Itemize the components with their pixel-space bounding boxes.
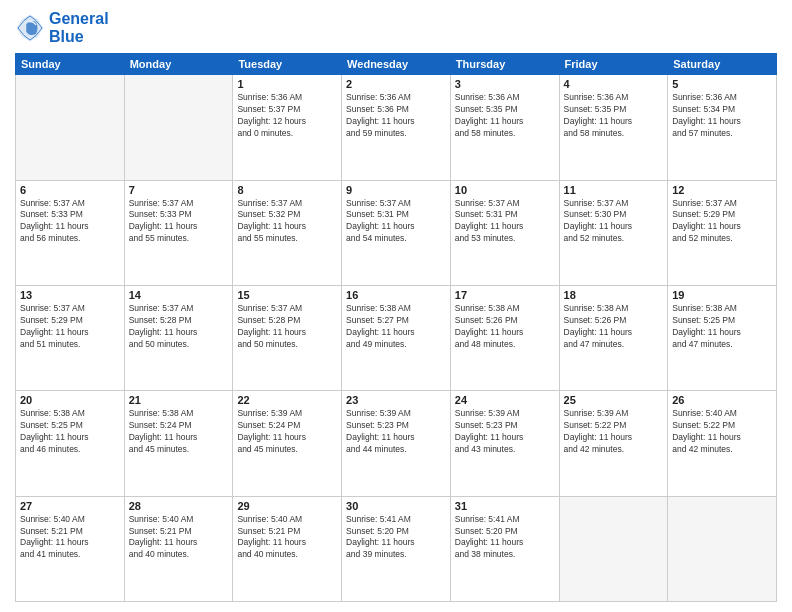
calendar-cell: 6Sunrise: 5:37 AMSunset: 5:33 PMDaylight… (16, 180, 125, 285)
day-number: 12 (672, 184, 772, 196)
day-number: 21 (129, 394, 229, 406)
day-number: 8 (237, 184, 337, 196)
calendar-week-3: 13Sunrise: 5:37 AMSunset: 5:29 PMDayligh… (16, 285, 777, 390)
day-info: Sunrise: 5:38 AMSunset: 5:26 PMDaylight:… (455, 303, 555, 351)
calendar-header-sunday: Sunday (16, 54, 125, 75)
day-info: Sunrise: 5:37 AMSunset: 5:31 PMDaylight:… (455, 198, 555, 246)
day-info: Sunrise: 5:37 AMSunset: 5:31 PMDaylight:… (346, 198, 446, 246)
calendar-cell: 13Sunrise: 5:37 AMSunset: 5:29 PMDayligh… (16, 285, 125, 390)
day-info: Sunrise: 5:37 AMSunset: 5:28 PMDaylight:… (237, 303, 337, 351)
day-info: Sunrise: 5:39 AMSunset: 5:23 PMDaylight:… (346, 408, 446, 456)
calendar-cell: 9Sunrise: 5:37 AMSunset: 5:31 PMDaylight… (342, 180, 451, 285)
calendar-week-4: 20Sunrise: 5:38 AMSunset: 5:25 PMDayligh… (16, 391, 777, 496)
day-number: 23 (346, 394, 446, 406)
calendar-cell: 29Sunrise: 5:40 AMSunset: 5:21 PMDayligh… (233, 496, 342, 601)
day-number: 29 (237, 500, 337, 512)
calendar-cell: 12Sunrise: 5:37 AMSunset: 5:29 PMDayligh… (668, 180, 777, 285)
calendar-header-monday: Monday (124, 54, 233, 75)
calendar-cell: 11Sunrise: 5:37 AMSunset: 5:30 PMDayligh… (559, 180, 668, 285)
calendar-header-tuesday: Tuesday (233, 54, 342, 75)
day-number: 20 (20, 394, 120, 406)
calendar-header-friday: Friday (559, 54, 668, 75)
calendar-table: SundayMondayTuesdayWednesdayThursdayFrid… (15, 53, 777, 602)
day-number: 26 (672, 394, 772, 406)
day-info: Sunrise: 5:37 AMSunset: 5:33 PMDaylight:… (129, 198, 229, 246)
day-info: Sunrise: 5:40 AMSunset: 5:21 PMDaylight:… (20, 514, 120, 562)
calendar-cell: 8Sunrise: 5:37 AMSunset: 5:32 PMDaylight… (233, 180, 342, 285)
calendar-header-row: SundayMondayTuesdayWednesdayThursdayFrid… (16, 54, 777, 75)
day-number: 3 (455, 78, 555, 90)
calendar-cell: 2Sunrise: 5:36 AMSunset: 5:36 PMDaylight… (342, 75, 451, 180)
calendar-week-2: 6Sunrise: 5:37 AMSunset: 5:33 PMDaylight… (16, 180, 777, 285)
calendar-cell: 20Sunrise: 5:38 AMSunset: 5:25 PMDayligh… (16, 391, 125, 496)
calendar-cell (16, 75, 125, 180)
calendar-week-1: 1Sunrise: 5:36 AMSunset: 5:37 PMDaylight… (16, 75, 777, 180)
day-number: 27 (20, 500, 120, 512)
day-info: Sunrise: 5:40 AMSunset: 5:21 PMDaylight:… (237, 514, 337, 562)
calendar-cell: 10Sunrise: 5:37 AMSunset: 5:31 PMDayligh… (450, 180, 559, 285)
calendar-cell: 15Sunrise: 5:37 AMSunset: 5:28 PMDayligh… (233, 285, 342, 390)
calendar-cell: 31Sunrise: 5:41 AMSunset: 5:20 PMDayligh… (450, 496, 559, 601)
calendar-cell (559, 496, 668, 601)
day-info: Sunrise: 5:40 AMSunset: 5:21 PMDaylight:… (129, 514, 229, 562)
day-number: 16 (346, 289, 446, 301)
calendar-cell: 16Sunrise: 5:38 AMSunset: 5:27 PMDayligh… (342, 285, 451, 390)
day-info: Sunrise: 5:40 AMSunset: 5:22 PMDaylight:… (672, 408, 772, 456)
day-info: Sunrise: 5:38 AMSunset: 5:27 PMDaylight:… (346, 303, 446, 351)
day-number: 15 (237, 289, 337, 301)
day-info: Sunrise: 5:39 AMSunset: 5:24 PMDaylight:… (237, 408, 337, 456)
header: General Blue (15, 10, 777, 45)
day-info: Sunrise: 5:37 AMSunset: 5:33 PMDaylight:… (20, 198, 120, 246)
calendar-cell: 14Sunrise: 5:37 AMSunset: 5:28 PMDayligh… (124, 285, 233, 390)
calendar-cell: 28Sunrise: 5:40 AMSunset: 5:21 PMDayligh… (124, 496, 233, 601)
day-number: 18 (564, 289, 664, 301)
calendar-header-saturday: Saturday (668, 54, 777, 75)
day-number: 11 (564, 184, 664, 196)
day-number: 2 (346, 78, 446, 90)
day-info: Sunrise: 5:36 AMSunset: 5:34 PMDaylight:… (672, 92, 772, 140)
day-number: 14 (129, 289, 229, 301)
day-info: Sunrise: 5:37 AMSunset: 5:28 PMDaylight:… (129, 303, 229, 351)
calendar-cell: 27Sunrise: 5:40 AMSunset: 5:21 PMDayligh… (16, 496, 125, 601)
calendar-cell: 4Sunrise: 5:36 AMSunset: 5:35 PMDaylight… (559, 75, 668, 180)
logo: General Blue (15, 10, 109, 45)
calendar-cell: 23Sunrise: 5:39 AMSunset: 5:23 PMDayligh… (342, 391, 451, 496)
calendar-cell: 17Sunrise: 5:38 AMSunset: 5:26 PMDayligh… (450, 285, 559, 390)
calendar-cell: 18Sunrise: 5:38 AMSunset: 5:26 PMDayligh… (559, 285, 668, 390)
calendar-cell: 25Sunrise: 5:39 AMSunset: 5:22 PMDayligh… (559, 391, 668, 496)
calendar-cell: 5Sunrise: 5:36 AMSunset: 5:34 PMDaylight… (668, 75, 777, 180)
day-info: Sunrise: 5:36 AMSunset: 5:35 PMDaylight:… (564, 92, 664, 140)
calendar-cell: 19Sunrise: 5:38 AMSunset: 5:25 PMDayligh… (668, 285, 777, 390)
day-number: 10 (455, 184, 555, 196)
day-info: Sunrise: 5:38 AMSunset: 5:25 PMDaylight:… (20, 408, 120, 456)
calendar-cell: 24Sunrise: 5:39 AMSunset: 5:23 PMDayligh… (450, 391, 559, 496)
day-info: Sunrise: 5:37 AMSunset: 5:29 PMDaylight:… (20, 303, 120, 351)
day-number: 13 (20, 289, 120, 301)
calendar-header-thursday: Thursday (450, 54, 559, 75)
calendar-cell: 1Sunrise: 5:36 AMSunset: 5:37 PMDaylight… (233, 75, 342, 180)
calendar-cell: 30Sunrise: 5:41 AMSunset: 5:20 PMDayligh… (342, 496, 451, 601)
day-number: 31 (455, 500, 555, 512)
day-info: Sunrise: 5:41 AMSunset: 5:20 PMDaylight:… (346, 514, 446, 562)
logo-text: General Blue (49, 10, 109, 45)
calendar-cell (124, 75, 233, 180)
day-info: Sunrise: 5:39 AMSunset: 5:22 PMDaylight:… (564, 408, 664, 456)
day-number: 9 (346, 184, 446, 196)
day-number: 4 (564, 78, 664, 90)
day-number: 17 (455, 289, 555, 301)
day-number: 24 (455, 394, 555, 406)
day-info: Sunrise: 5:38 AMSunset: 5:26 PMDaylight:… (564, 303, 664, 351)
day-info: Sunrise: 5:37 AMSunset: 5:29 PMDaylight:… (672, 198, 772, 246)
day-info: Sunrise: 5:38 AMSunset: 5:25 PMDaylight:… (672, 303, 772, 351)
day-info: Sunrise: 5:36 AMSunset: 5:36 PMDaylight:… (346, 92, 446, 140)
calendar-cell: 21Sunrise: 5:38 AMSunset: 5:24 PMDayligh… (124, 391, 233, 496)
day-number: 6 (20, 184, 120, 196)
day-info: Sunrise: 5:41 AMSunset: 5:20 PMDaylight:… (455, 514, 555, 562)
calendar-cell: 26Sunrise: 5:40 AMSunset: 5:22 PMDayligh… (668, 391, 777, 496)
day-number: 28 (129, 500, 229, 512)
calendar-cell: 22Sunrise: 5:39 AMSunset: 5:24 PMDayligh… (233, 391, 342, 496)
day-info: Sunrise: 5:36 AMSunset: 5:35 PMDaylight:… (455, 92, 555, 140)
day-info: Sunrise: 5:36 AMSunset: 5:37 PMDaylight:… (237, 92, 337, 140)
calendar-cell (668, 496, 777, 601)
day-number: 30 (346, 500, 446, 512)
